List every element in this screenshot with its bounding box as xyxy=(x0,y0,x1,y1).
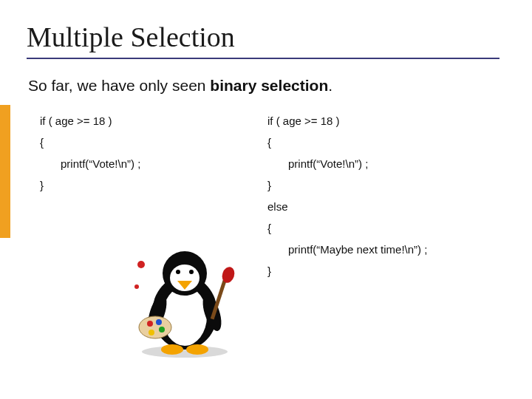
svg-point-16 xyxy=(139,316,171,338)
penguin-painter-icon xyxy=(129,242,240,361)
svg-point-11 xyxy=(186,344,208,355)
code-right: if ( age >= 18 ) { printf(“Vote!\n”) ; }… xyxy=(267,115,427,287)
slide-title: Multiple Selection xyxy=(27,21,499,59)
code-line: { xyxy=(40,137,267,148)
svg-point-7 xyxy=(176,270,180,274)
code-line: printf(“Vote!\n”) ; xyxy=(40,158,267,169)
slide-subtitle: So far, we have only seen binary selecti… xyxy=(28,77,505,95)
svg-point-17 xyxy=(147,321,153,327)
code-line: printf(“Vote!\n”) ; xyxy=(267,158,427,169)
svg-point-19 xyxy=(159,327,165,332)
svg-point-22 xyxy=(134,284,139,289)
accent-bar xyxy=(0,105,10,238)
code-line: } xyxy=(40,180,267,191)
subtitle-bold: binary selection xyxy=(210,77,328,94)
code-line: if ( age >= 18 ) xyxy=(267,115,427,126)
subtitle-lead: So far, we have only seen xyxy=(28,77,210,94)
svg-point-10 xyxy=(161,344,183,355)
code-line: if ( age >= 18 ) xyxy=(40,115,267,126)
svg-point-21 xyxy=(137,261,145,268)
svg-point-18 xyxy=(156,319,162,325)
slide: Multiple Selection So far, we have only … xyxy=(0,0,532,301)
code-line: printf(“Maybe next time!\n”) ; xyxy=(267,244,427,255)
svg-point-20 xyxy=(149,330,154,335)
code-line: } xyxy=(267,265,427,276)
code-line: { xyxy=(267,137,427,148)
code-line: else xyxy=(267,201,427,212)
code-line: { xyxy=(267,222,427,233)
code-columns: if ( age >= 18 ) { printf(“Vote!\n”) ; }… xyxy=(27,115,505,287)
svg-point-8 xyxy=(189,270,194,274)
subtitle-tail: . xyxy=(328,77,332,94)
code-line: } xyxy=(267,180,427,191)
